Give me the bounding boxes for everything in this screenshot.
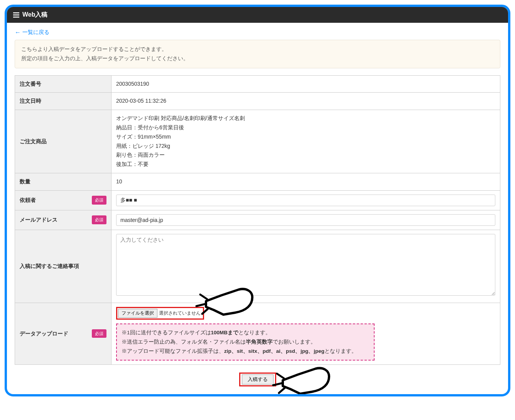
form-table: 注文番号 20030503190 注文日時 2020-03-05 11:32:2… <box>15 75 500 365</box>
cell-requester <box>111 190 500 210</box>
row-requester: 依頼者 必須 <box>15 190 500 210</box>
menu-icon <box>13 12 19 19</box>
label-notes: 入稿に関するご連絡事項 <box>15 230 111 303</box>
page-title: Web入稿 <box>22 11 47 19</box>
submit-highlight: 入稿する <box>239 373 276 386</box>
required-badge: 必須 <box>92 196 106 205</box>
value-order-number: 20030503190 <box>111 75 500 93</box>
label-upload-text: データアップロード <box>20 330 68 337</box>
label-quantity: 数量 <box>15 173 111 190</box>
value-order-datetime: 2020-03-05 11:32:26 <box>111 93 500 110</box>
value-quantity: 10 <box>111 173 500 190</box>
required-badge: 必須 <box>92 215 106 224</box>
file-select-button[interactable]: ファイルを選択 <box>118 309 157 318</box>
label-order-product: ご注文商品 <box>15 110 111 173</box>
email-input[interactable] <box>116 214 495 226</box>
info-line-2: 所定の項目をご入力の上、入稿データをアップロードしてください。 <box>21 54 494 63</box>
svg-rect-2 <box>13 17 19 18</box>
svg-rect-0 <box>13 12 19 14</box>
row-quantity: 数量 10 <box>15 173 500 190</box>
upload-note-line-3: ※アップロード可能なファイル拡張子は、zip、sit、sitx、pdf、ai、p… <box>122 347 369 356</box>
row-email: メールアドレス 必須 <box>15 210 500 230</box>
arrow-left-icon: ← <box>15 29 21 36</box>
submit-row: 入稿する <box>15 373 500 386</box>
label-upload: データアップロード 必須 <box>15 303 111 365</box>
cell-upload: ファイルを選択 選択されていません <box>111 303 500 365</box>
label-email-text: メールアドレス <box>20 217 57 223</box>
label-email: メールアドレス 必須 <box>15 210 111 230</box>
row-upload: データアップロード 必須 ファイルを選択 選択されていません <box>15 303 500 365</box>
back-link-label: 一覧に戻る <box>22 29 49 36</box>
label-requester: 依頼者 必須 <box>15 190 111 210</box>
app-frame: Web入稿 ← 一覧に戻る こちらより入稿データをアップロードすることができます… <box>5 5 510 396</box>
upload-note-line-1: ※1回に送付できるファイルサイズは100MBまでとなります。 <box>122 328 369 337</box>
back-link[interactable]: ← 一覧に戻る <box>15 29 49 36</box>
header-bar: Web入稿 <box>7 7 508 23</box>
value-order-product: オンデマンド印刷 対応商品/名刺印刷/通常サイズ名刺 納品日：受付から6営業日後… <box>111 110 500 173</box>
row-order-number: 注文番号 20030503190 <box>15 75 500 93</box>
info-line-1: こちらより入稿データをアップロードすることができます。 <box>21 45 494 54</box>
cell-notes <box>111 230 500 303</box>
required-badge: 必須 <box>92 329 106 338</box>
row-order-product: ご注文商品 オンデマンド印刷 対応商品/名刺印刷/通常サイズ名刺 納品日：受付か… <box>15 110 500 173</box>
upload-note-line-2: ※送信エラー防止の為、フォルダ名・ファイル名は半角英数字でお願いします。 <box>122 337 369 347</box>
submit-button[interactable]: 入稿する <box>242 374 274 384</box>
svg-rect-1 <box>13 15 19 16</box>
row-notes: 入稿に関するご連絡事項 <box>15 230 500 303</box>
file-status-text: 選択されていません <box>158 309 203 317</box>
upload-note-box: ※1回に送付できるファイルサイズは100MBまでとなります。 ※送信エラー防止の… <box>116 323 375 361</box>
notes-textarea[interactable] <box>116 234 495 296</box>
content-area: ← 一覧に戻る こちらより入稿データをアップロードすることができます。 所定の項… <box>7 23 508 394</box>
requester-input[interactable] <box>116 195 495 206</box>
cell-email <box>111 210 500 230</box>
label-order-number: 注文番号 <box>15 75 111 93</box>
label-requester-text: 依頼者 <box>20 197 36 203</box>
info-box: こちらより入稿データをアップロードすることができます。 所定の項目をご入力の上、… <box>15 40 500 68</box>
row-order-datetime: 注文日時 2020-03-05 11:32:26 <box>15 93 500 110</box>
file-select-highlight: ファイルを選択 選択されていません <box>116 307 204 320</box>
label-order-datetime: 注文日時 <box>15 93 111 110</box>
